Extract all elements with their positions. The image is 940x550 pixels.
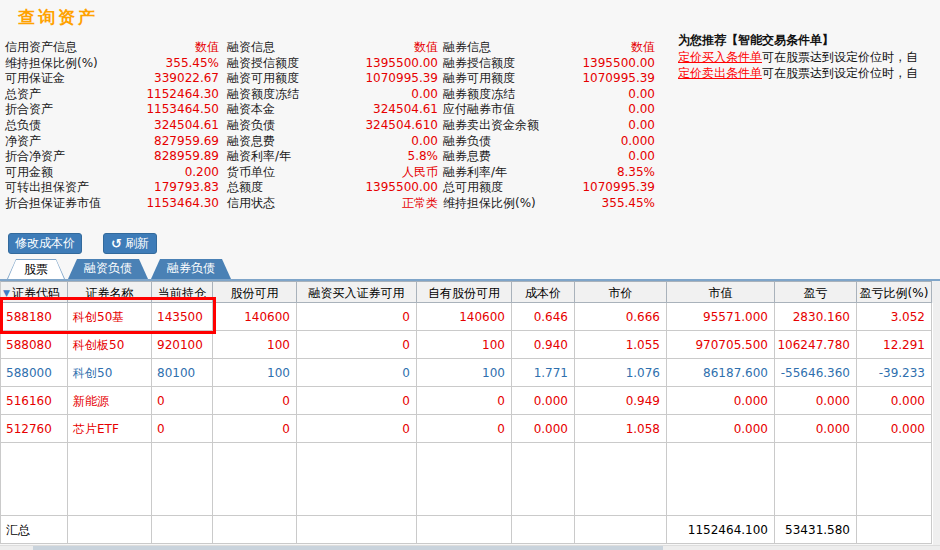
info-value: 1395500.00 — [365, 180, 438, 196]
info-value: 1070995.39 — [582, 71, 655, 87]
modify-cost-button[interactable]: 修改成本价 — [8, 233, 82, 254]
tab-short-liabilities[interactable]: 融券负债 — [151, 259, 231, 279]
column-header-name[interactable]: 证券名称 — [68, 281, 152, 303]
info-row: 可用保证金339022.67 — [5, 71, 219, 87]
table-cell: 新能源 — [68, 387, 152, 415]
sell-condition-link[interactable]: 定价卖出条件单 — [678, 66, 762, 80]
column-header-margin-buy-available[interactable]: 融资买入证券可用 — [297, 281, 417, 303]
column-header-market-price[interactable]: 市价 — [575, 281, 667, 303]
info-label: 融资负债 — [227, 118, 275, 134]
table-cell: 100 — [417, 359, 512, 387]
modify-cost-label: 修改成本价 — [15, 234, 75, 253]
table-cell: 100 — [213, 331, 297, 359]
column-header-market-value[interactable]: 市值 — [667, 281, 775, 303]
table-cell: 516160 — [0, 387, 68, 415]
info-value: 0.000 — [621, 134, 655, 150]
credit-info-panel: 信用资产信息 数值 维持担保比例(%)355.45% 可用保证金339022.6… — [5, 40, 219, 212]
page-title: 查询资产 — [18, 6, 98, 29]
query-assets-page: 查询资产 信用资产信息 数值 维持担保比例(%)355.45% 可用保证金339… — [0, 0, 940, 550]
column-header-code[interactable]: ▼证券代码 — [0, 281, 68, 303]
tab-label: 融券负债 — [151, 259, 231, 279]
info-group-header: 信用资产信息 — [5, 40, 77, 56]
promo-title: 为您推荐【智能交易条件单】 — [678, 31, 940, 49]
info-label: 总额度 — [227, 180, 263, 196]
promo-line: 定价卖出条件单可在股票达到设定价位时，自 — [678, 65, 940, 81]
column-header-own-shares-available[interactable]: 自有股份可用 — [417, 281, 512, 303]
table-row[interactable]: 588080 科创板50 920100 100 0 100 0.940 1.05… — [0, 331, 933, 359]
info-value: 355.45% — [166, 56, 219, 72]
info-header-row: 信用资产信息 数值 — [5, 40, 219, 56]
table-cell: 1.058 — [575, 415, 667, 443]
table-cell: 0 — [417, 387, 512, 415]
info-label: 可用金额 — [5, 165, 53, 181]
info-value: 179793.83 — [154, 180, 219, 196]
info-label: 折合担保证券市值 — [5, 196, 101, 212]
info-row: 货币单位人民币 — [227, 165, 438, 181]
info-value: 0.200 — [185, 165, 219, 181]
info-value: 324504.61 — [373, 102, 438, 118]
table-cell: 0.000 — [667, 387, 775, 415]
info-label: 融资本金 — [227, 102, 275, 118]
info-value-header: 数值 — [631, 40, 655, 56]
table-cell: 80100 — [152, 359, 213, 387]
info-value: 0.00 — [628, 118, 655, 134]
column-header-position[interactable]: 当前持仓 — [152, 281, 213, 303]
refresh-icon: ↺ — [111, 237, 122, 250]
tab-bar: 股票 融资负债 融券负债 — [0, 259, 940, 281]
info-value-header: 数值 — [414, 40, 438, 56]
horizontal-scrollbar — [0, 545, 940, 550]
info-row: 融券息费0.00 — [443, 149, 655, 165]
column-header-shares-available[interactable]: 股份可用 — [213, 281, 297, 303]
tab-stocks[interactable]: 股票 — [7, 259, 65, 279]
table-cell: 100 — [213, 359, 297, 387]
info-value: 827959.69 — [154, 134, 219, 150]
table-cell: 0.000 — [775, 415, 857, 443]
table-cell: 0.000 — [775, 387, 857, 415]
summary-row: 汇总 1152464.100 53431.580 — [0, 516, 933, 544]
table-row[interactable]: 512760 芯片ETF 0 0 0 0 0.000 1.058 0.000 0… — [0, 415, 933, 443]
info-value: 1070995.39 — [365, 71, 438, 87]
info-value: 0.00 — [411, 87, 438, 103]
info-label: 融资利率/年 — [227, 149, 291, 165]
info-label: 可转出担保资产 — [5, 180, 89, 196]
info-label: 总负债 — [5, 118, 41, 134]
table-cell: 0 — [213, 415, 297, 443]
table-cell: 芯片ETF — [68, 415, 152, 443]
table-row[interactable]: 588180 科创50基 143500 140600 0 140600 0.64… — [0, 303, 933, 331]
info-label: 融券额度冻结 — [443, 87, 515, 103]
tab-financing-liabilities[interactable]: 融资负债 — [68, 259, 148, 279]
tab-label: 股票 — [8, 260, 64, 279]
info-value: 人民币 — [402, 165, 438, 181]
info-value: 0.00 — [628, 102, 655, 118]
table-cell: 科创板50 — [68, 331, 152, 359]
refresh-button[interactable]: ↺ 刷新 — [103, 233, 157, 254]
info-row: 融券负债0.000 — [443, 134, 655, 150]
info-label: 总资产 — [5, 87, 41, 103]
info-label: 融资额度冻结 — [227, 87, 299, 103]
info-label: 融券负债 — [443, 134, 491, 150]
info-label: 净资产 — [5, 134, 41, 150]
column-header-pnl[interactable]: 盈亏 — [775, 281, 857, 303]
table-row[interactable]: 516160 新能源 0 0 0 0 0.000 0.949 0.000 0.0… — [0, 387, 933, 415]
info-label: 融券卖出资金余额 — [443, 118, 539, 134]
info-row: 折合担保证券市值1153464.30 — [5, 196, 219, 212]
column-header-pnl-ratio[interactable]: 盈亏比例(%) — [857, 281, 932, 303]
buy-condition-link[interactable]: 定价买入条件单 — [678, 50, 762, 64]
info-label: 货币单位 — [227, 165, 275, 181]
table-cell: 920100 — [152, 331, 213, 359]
column-header-cost-price[interactable]: 成本价 — [512, 281, 575, 303]
summary-market-value: 1152464.100 — [667, 516, 775, 544]
promo-line: 定价买入条件单可在股票达到设定价位时，自 — [678, 49, 940, 65]
table-row[interactable]: 588000 科创50 80100 100 0 100 1.771 1.076 … — [0, 359, 933, 387]
info-row: 可用金额0.200 — [5, 165, 219, 181]
info-value: 355.45% — [602, 196, 655, 212]
info-row: 维持担保比例(%)355.45% — [443, 196, 655, 212]
summary-pnl: 53431.580 — [775, 516, 857, 544]
promo-panel: 为您推荐【智能交易条件单】 定价买入条件单可在股票达到设定价位时，自 定价卖出条… — [678, 31, 940, 81]
info-row: 融资利率/年5.8% — [227, 149, 438, 165]
table-cell: 588180 — [0, 303, 68, 331]
horizontal-scrollbar-thumb[interactable] — [33, 546, 663, 550]
table-cell: 0.000 — [667, 415, 775, 443]
info-value: 324504.61 — [154, 118, 219, 134]
table-cell: 0.000 — [512, 415, 575, 443]
